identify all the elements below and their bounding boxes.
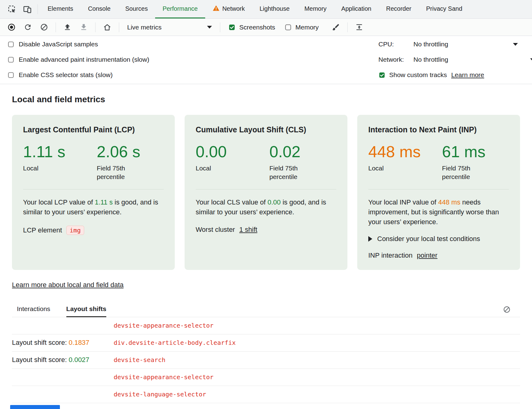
download-icon <box>80 23 88 31</box>
show-custom-tracks-label: Show custom tracks <box>389 71 447 79</box>
disable-js-samples-checkbox[interactable]: Disable JavaScript samples <box>7 37 378 52</box>
lcp-element-row: LCP element img <box>23 226 164 235</box>
score-cell <box>12 373 114 381</box>
memory-checkbox[interactable]: Memory <box>281 24 323 31</box>
live-metrics-home-button[interactable] <box>100 23 115 32</box>
clear-button[interactable] <box>37 23 51 31</box>
toolbar-divider <box>220 22 220 32</box>
css-selector-stats-checkbox[interactable]: Enable CSS selector stats (slow) <box>7 67 378 83</box>
card-title: Cumulative Layout Shift (CLS) <box>196 125 336 134</box>
lcp-element-node-link[interactable]: img <box>66 226 84 235</box>
cpu-label: CPU: <box>378 41 409 48</box>
reload-and-record-button[interactable] <box>21 23 35 31</box>
tab-network[interactable]: Network <box>205 0 252 18</box>
element-node-link[interactable]: devsite-language-selector <box>114 391 206 398</box>
clear-icon <box>40 23 48 31</box>
live-metrics-view: Local and field metrics Largest Contentf… <box>0 95 532 409</box>
record-button[interactable] <box>4 23 19 31</box>
field-value-block: 2.06 s Field 75th percentile <box>97 143 143 181</box>
tab-privacy-sandbox[interactable]: Privacy Sand <box>419 0 470 18</box>
element-cell: devsite-appearance-selector <box>114 373 213 381</box>
tab-label: Memory <box>304 5 327 12</box>
checkbox-checked-icon <box>378 72 385 79</box>
toolbar-divider <box>347 22 348 32</box>
element-cell: devsite-search <box>114 356 166 364</box>
tab-label: Privacy Sand <box>426 5 462 12</box>
tab-recorder[interactable]: Recorder <box>379 0 419 18</box>
layout-shift-row: devsite-appearance-selector <box>12 369 520 386</box>
tab-memory[interactable]: Memory <box>297 0 334 18</box>
element-node-link[interactable]: devsite-appearance-selector <box>114 373 213 381</box>
inspect-element-button[interactable] <box>4 0 20 18</box>
learn-more-link[interactable]: Learn more <box>451 71 484 79</box>
chevron-down-icon <box>513 43 518 46</box>
element-node-link[interactable]: devsite-appearance-selector <box>114 322 213 329</box>
score-value: 0.0027 <box>69 356 89 364</box>
toolbar-divider <box>119 22 119 32</box>
tab-performance[interactable]: Performance <box>155 0 205 18</box>
card-title: Interaction to Next Paint (INP) <box>368 125 509 134</box>
tab-application[interactable]: Application <box>334 0 379 18</box>
element-cell: div.devsite-article-body.clearfix <box>114 339 236 346</box>
panel-tabs: Elements Console Sources Performance Net… <box>40 0 470 18</box>
cpu-throttling-select[interactable]: CPU: No throttling <box>378 37 532 52</box>
css-selector-stats-label: Enable CSS selector stats (slow) <box>19 71 113 79</box>
advanced-paint-label: Enable advanced paint instrumentation (s… <box>19 56 149 63</box>
element-node-link[interactable]: div.devsite-article-body.clearfix <box>114 339 236 346</box>
tab-elements[interactable]: Elements <box>40 0 80 18</box>
score-cell: Layout shift score:0.1837 <box>12 339 114 347</box>
load-profile-button[interactable] <box>60 23 75 31</box>
local-test-conditions-disclosure[interactable]: Consider your local test conditions <box>368 235 509 243</box>
network-throttling-select[interactable]: Network: No throttling <box>378 52 532 67</box>
description-text: Your local LCP value of <box>23 198 95 206</box>
tab-label: Lighthouse <box>260 5 290 12</box>
tab-sources[interactable]: Sources <box>118 0 155 18</box>
layout-shift-row: Layout shift score:0.1837 div.devsite-ar… <box>12 334 520 352</box>
save-profile-button[interactable] <box>76 23 91 31</box>
advanced-paint-checkbox[interactable]: Enable advanced paint instrumentation (s… <box>7 52 378 67</box>
record-icon <box>7 23 16 31</box>
score-label: Layout shift score: <box>12 356 67 364</box>
device-toolbar-button[interactable] <box>20 0 35 18</box>
learn-more-field-data-link[interactable]: Learn more about local and field data <box>12 281 123 289</box>
reload-icon <box>24 23 32 31</box>
brush-icon <box>332 23 340 31</box>
tab-console[interactable]: Console <box>80 0 118 18</box>
clear-log-button[interactable] <box>502 304 512 316</box>
capture-settings-checkboxes: Disable JavaScript samples Enable advanc… <box>0 37 378 83</box>
local-value-label: Local <box>368 164 414 173</box>
upload-icon <box>63 23 72 31</box>
tab-label: Elements <box>48 5 73 12</box>
tab-layout-shifts[interactable]: Layout shifts <box>66 305 107 317</box>
inspect-icon <box>7 5 17 14</box>
checkbox-checked-icon <box>228 24 236 31</box>
metric-card-cls: Cumulative Layout Shift (CLS) 0.00 Local… <box>185 115 347 270</box>
live-metrics-dropdown[interactable]: Live metrics <box>123 24 216 31</box>
garbage-collect-button[interactable] <box>329 23 343 31</box>
inp-interaction-link[interactable]: pointer <box>417 251 437 259</box>
checkbox-unchecked-icon <box>284 24 292 31</box>
disclosure-triangle-icon <box>368 236 372 242</box>
metric-card-inp: Interaction to Next Paint (INP) 448 ms L… <box>357 115 520 270</box>
metric-description: Your local LCP value of 1.11 s is good, … <box>23 197 164 217</box>
element-cell: devsite-appearance-selector <box>114 322 213 329</box>
field-value: 2.06 s <box>97 143 143 160</box>
element-node-link[interactable]: devsite-search <box>114 356 166 364</box>
home-icon <box>103 23 111 32</box>
show-custom-tracks-checkbox[interactable]: Show custom tracks <box>378 71 447 79</box>
collapse-panel-button[interactable] <box>352 23 366 31</box>
tab-label: Console <box>88 5 110 12</box>
local-value-block: 448 ms Local <box>368 143 442 181</box>
bottom-blue-bar <box>10 405 60 409</box>
screenshots-checkbox[interactable]: Screenshots <box>225 24 279 31</box>
worst-cluster-row: Worst cluster 1 shift <box>196 226 336 234</box>
element-cell: div.devsite-floating-action-buttons <box>114 408 243 409</box>
warning-icon <box>213 5 220 13</box>
worst-cluster-link[interactable]: 1 shift <box>239 226 257 234</box>
element-node-link[interactable]: div.devsite-floating-action-buttons <box>114 408 243 409</box>
tab-interactions[interactable]: Interactions <box>17 305 50 317</box>
tab-lighthouse[interactable]: Lighthouse <box>252 0 297 18</box>
collapse-vertical-icon <box>355 23 363 31</box>
capture-settings: Disable JavaScript samples Enable advanc… <box>0 36 532 84</box>
cpu-value: No throttling <box>413 41 448 48</box>
